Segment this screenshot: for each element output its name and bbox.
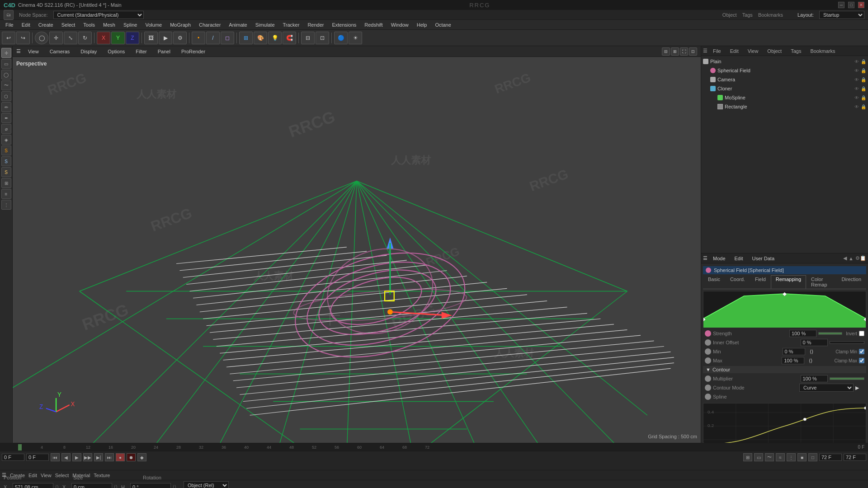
menu-character[interactable]: Character — [195, 21, 224, 28]
tool-select-poly[interactable]: ⬡ — [1, 91, 11, 101]
tab-color-remap[interactable]: Color Remap — [806, 275, 837, 289]
mult-slider[interactable] — [830, 377, 865, 380]
timeline-ruler[interactable]: 0 4 8 12 16 20 24 28 32 36 40 44 48 52 5… — [0, 443, 868, 451]
max-stepper[interactable]: ⟨⟩ — [806, 358, 815, 364]
obj-mgr-edit[interactable]: Edit — [726, 47, 742, 55]
tool-bevel[interactable]: ◈ — [1, 135, 11, 145]
obj-item-camera[interactable]: Camera 👁 🔒 — [701, 75, 868, 84]
obj-item-mospline[interactable]: MoSpline 👁 🔒 — [701, 93, 868, 102]
props-menu-icon[interactable]: ☰ — [703, 255, 708, 261]
tab-direction[interactable]: Direction — [837, 275, 866, 289]
tl-curve-btn[interactable]: 〜 — [765, 453, 774, 461]
obj-mgr-view[interactable]: View — [744, 47, 762, 55]
viewport-canvas[interactable]: Perspective Grid Spacing : 500 cm RRCG R… — [13, 57, 701, 443]
texture-toggle-btn[interactable]: 🎨 — [254, 32, 267, 44]
clamp-min-checkbox[interactable] — [859, 349, 864, 354]
tool-s3-icon[interactable]: S — [1, 167, 11, 177]
obj-mgr-menu-icon[interactable]: ☰ — [703, 48, 708, 54]
tl-sel-btn[interactable]: ▭ — [754, 453, 763, 461]
tool-s-icon[interactable]: S — [1, 145, 11, 155]
tool-layers[interactable]: ≡ — [1, 189, 11, 199]
workplane-btn[interactable]: 🔵 — [334, 32, 348, 44]
tab-coord[interactable]: Coord. — [725, 275, 750, 289]
menu-redshift[interactable]: Redshift — [361, 21, 386, 28]
menu-edit[interactable]: Edit — [18, 21, 34, 28]
obj-lock-mos[interactable]: 🔒 — [861, 95, 866, 100]
titlebar-right[interactable]: ─ □ ✕ — [838, 2, 864, 8]
tl-fwd-end-btn[interactable]: ⏭ — [105, 453, 114, 461]
props-edit[interactable]: Edit — [731, 255, 747, 262]
vp-layout-btns[interactable]: ⊟ ⊞ ⛶ ⊡ — [662, 47, 697, 56]
size-x-input[interactable] — [71, 483, 112, 488]
vp-btn-2[interactable]: ⊞ — [671, 47, 679, 56]
strength-input[interactable] — [789, 330, 816, 337]
menu-mesh[interactable]: Mesh — [99, 21, 119, 28]
tab-basic[interactable]: Basic — [703, 275, 725, 289]
tab-remapping[interactable]: Remapping — [771, 275, 806, 289]
scale-btn[interactable]: ⤡ — [64, 32, 77, 44]
tl-motion-btn[interactable]: ≈ — [776, 453, 785, 461]
menu-extensions[interactable]: Extensions — [328, 21, 360, 28]
edges-btn[interactable]: / — [206, 32, 220, 44]
vp-menu-filter[interactable]: Filter — [132, 48, 150, 55]
lighting-toggle-btn[interactable]: 💡 — [268, 32, 282, 44]
vp-btn-3[interactable]: ⛶ — [680, 47, 688, 56]
tool-more[interactable]: ⋮ — [1, 200, 11, 210]
layout-select[interactable]: Startup — [819, 11, 864, 19]
obj-mgr-tags[interactable]: Tags — [787, 47, 805, 55]
mult-input[interactable] — [801, 375, 828, 382]
y-axis-btn[interactable]: Y — [111, 32, 125, 44]
obj-lock-cloner[interactable]: 🔒 — [861, 86, 866, 91]
obj-lock-sf[interactable]: 🔒 — [861, 68, 866, 73]
menu-help[interactable]: Help — [413, 21, 431, 28]
min-stepper[interactable]: ⟨⟩ — [807, 349, 816, 355]
rot-h-stepper[interactable]: ⟨⟩ — [173, 484, 176, 488]
props-nav-up[interactable]: ▲ — [849, 256, 854, 261]
obj-item-cloner[interactable]: Cloner 👁 🔒 — [701, 84, 868, 93]
tool-knife[interactable]: ⌀ — [1, 124, 11, 134]
obj-item-rectangle[interactable]: Rectangle 👁 🔒 — [701, 102, 868, 111]
snap-btn[interactable]: 🧲 — [283, 32, 296, 44]
vp-menu-view[interactable]: View — [24, 48, 42, 55]
render-settings-btn[interactable]: ⚙ — [173, 32, 187, 44]
parallel-proj-btn[interactable]: ⊟ — [301, 32, 315, 44]
render-to-picture-btn[interactable]: 🖼 — [144, 32, 158, 44]
menu-mograph[interactable]: MoGraph — [166, 21, 194, 28]
obj-lock-rect[interactable]: 🔒 — [861, 104, 866, 109]
obj-vis-cam[interactable]: 👁 — [854, 77, 859, 82]
obj-lock-plain[interactable]: 🔒 — [861, 59, 866, 64]
viewport-menu-icon[interactable]: ☰ — [16, 48, 21, 54]
min-input[interactable] — [783, 348, 805, 355]
rot-h-input[interactable] — [130, 483, 171, 488]
tool-grid[interactable]: ⊞ — [1, 178, 11, 188]
obj-mgr-file[interactable]: File — [709, 47, 725, 55]
tl-record-auto-btn[interactable]: ⏺ — [127, 453, 136, 461]
redo-btn[interactable]: ↪ — [16, 32, 30, 44]
pos-x-input[interactable] — [13, 483, 53, 488]
menu-octane[interactable]: Octane — [431, 21, 454, 28]
vp-menu-cameras[interactable]: Cameras — [46, 48, 74, 55]
tl-play-fwd-btn[interactable]: ▶▶ — [83, 453, 92, 461]
tl-mat-btn[interactable]: ■ — [797, 453, 807, 461]
menu-spline[interactable]: Spline — [120, 21, 141, 28]
props-mode[interactable]: Mode — [709, 255, 729, 262]
menu-simulate[interactable]: Simulate — [252, 21, 278, 28]
menu-volume[interactable]: Volume — [142, 21, 165, 28]
vp-menu-panel[interactable]: Panel — [154, 48, 174, 55]
menu-create[interactable]: Create — [35, 21, 57, 28]
inner-offset-input[interactable] — [801, 339, 828, 346]
render-active-btn[interactable]: ▶ — [159, 32, 172, 44]
end-frame-input[interactable] — [819, 454, 842, 461]
max-input[interactable] — [782, 357, 804, 364]
live-select-btn[interactable]: ◯ — [35, 32, 48, 44]
tl-play-btn[interactable]: ▶ — [72, 453, 81, 461]
obj-vis-cloner[interactable]: 👁 — [854, 86, 859, 91]
current-frame-input[interactable] — [2, 454, 24, 461]
menu-tools[interactable]: Tools — [80, 21, 99, 28]
menu-tracker[interactable]: Tracker — [279, 21, 303, 28]
move-btn[interactable]: ✛ — [49, 32, 63, 44]
minimize-button[interactable]: ─ — [838, 2, 844, 8]
menu-animate[interactable]: Animate — [225, 21, 250, 28]
vp-btn-1[interactable]: ⊟ — [662, 47, 670, 56]
obj-item-spherical-field[interactable]: Spherical Field 👁 🔒 — [701, 66, 868, 75]
